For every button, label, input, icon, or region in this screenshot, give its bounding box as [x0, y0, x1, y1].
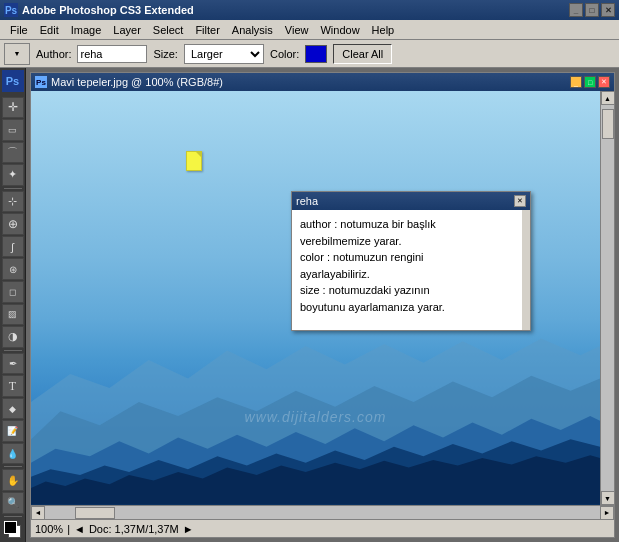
- color-label: Color:: [270, 48, 299, 60]
- brush-tool[interactable]: ∫: [2, 236, 24, 258]
- menu-help[interactable]: Help: [366, 22, 401, 38]
- shape-tool[interactable]: ◆: [2, 398, 24, 420]
- scroll-up-button[interactable]: ▲: [601, 91, 615, 105]
- menu-window[interactable]: Window: [314, 22, 365, 38]
- menu-edit[interactable]: Edit: [34, 22, 65, 38]
- canvas-area: Ps Mavi tepeler.jpg @ 100% (RGB/8#) _ □ …: [26, 68, 619, 542]
- menu-filter[interactable]: Filter: [189, 22, 225, 38]
- lasso-tool[interactable]: ⌒: [2, 142, 24, 164]
- window-controls: _ □ ✕: [569, 3, 615, 17]
- note-line-3: color : notumuzun rengini: [300, 249, 514, 266]
- crop-tool[interactable]: ⊹: [2, 191, 24, 213]
- note-popup-title-bar: reha ✕: [292, 192, 530, 210]
- magic-wand-tool[interactable]: ✦: [2, 164, 24, 186]
- workspace: Ps ▭ ⌒ ✦ ⊹ ⊕ ∫ ⊛ ◻ ▨ ◑ ✒ T ◆ 📝 💧 ✋ 🔍 Ps: [0, 68, 619, 542]
- menu-bar: File Edit Image Layer Select Filter Anal…: [0, 20, 619, 40]
- status-doc-size: Doc: 1,37M/1,37M: [89, 523, 179, 535]
- close-button[interactable]: ✕: [601, 3, 615, 17]
- menu-analysis[interactable]: Analysis: [226, 22, 279, 38]
- canvas-wrapper: www.dijitalders.com reha ✕: [31, 91, 600, 505]
- text-tool[interactable]: T: [2, 375, 24, 397]
- scroll-track-vertical[interactable]: [601, 105, 614, 491]
- note-tool[interactable]: 📝: [2, 420, 24, 442]
- status-bar: 100% | ◄ Doc: 1,37M/1,37M ►: [31, 519, 614, 537]
- canvas-image: www.dijitalders.com reha ✕: [31, 91, 600, 505]
- scroll-left-button[interactable]: ◄: [31, 506, 45, 520]
- status-divider: |: [67, 523, 70, 535]
- note-close-button[interactable]: ✕: [514, 195, 526, 207]
- doc-maximize-button[interactable]: □: [584, 76, 596, 88]
- note-line-5: size : notumuzdaki yazının: [300, 282, 514, 299]
- ps-logo: Ps: [2, 70, 24, 92]
- zoom-tool[interactable]: 🔍: [2, 492, 24, 514]
- move-tool[interactable]: [2, 97, 24, 119]
- document-icon: Ps: [35, 76, 47, 88]
- document-body: www.dijitalders.com reha ✕: [31, 91, 614, 505]
- vertical-scrollbar: ▲ ▼: [600, 91, 614, 505]
- gradient-tool[interactable]: ▨: [2, 304, 24, 326]
- maximize-button[interactable]: □: [585, 3, 599, 17]
- size-label: Size:: [153, 48, 177, 60]
- app-icon: Ps: [4, 3, 18, 17]
- horizontal-scrollbar: ◄ ►: [31, 505, 614, 519]
- foreground-background-colors[interactable]: [2, 519, 24, 541]
- author-input[interactable]: [77, 45, 147, 63]
- scroll-down-button[interactable]: ▼: [601, 491, 615, 505]
- pen-tool[interactable]: ✒: [2, 353, 24, 375]
- menu-image[interactable]: Image: [65, 22, 108, 38]
- author-label: Author:: [36, 48, 71, 60]
- dodge-tool[interactable]: ◑: [2, 326, 24, 348]
- clear-all-button[interactable]: Clear All: [333, 44, 392, 64]
- status-triangle-left[interactable]: ◄: [74, 523, 85, 535]
- note-author-name: reha: [296, 195, 318, 207]
- size-select[interactable]: Larger Large Medium Small: [184, 44, 264, 64]
- menu-layer[interactable]: Layer: [107, 22, 147, 38]
- options-bar: ▼ Author: Size: Larger Large Medium Smal…: [0, 40, 619, 68]
- toolbar: Ps ▭ ⌒ ✦ ⊹ ⊕ ∫ ⊛ ◻ ▨ ◑ ✒ T ◆ 📝 💧 ✋ 🔍: [0, 68, 26, 542]
- tool-preset-button[interactable]: ▼: [4, 43, 30, 65]
- document-window: Ps Mavi tepeler.jpg @ 100% (RGB/8#) _ □ …: [30, 72, 615, 538]
- note-line-2: verebilmemize yarar.: [300, 233, 514, 250]
- doc-close-button[interactable]: ✕: [598, 76, 610, 88]
- status-triangle-right[interactable]: ►: [183, 523, 194, 535]
- marquee-tool[interactable]: ▭: [2, 119, 24, 141]
- note-popup-content[interactable]: author : notumuza bir başlık verebilmemi…: [292, 210, 530, 330]
- app-title-bar: Ps Adobe Photoshop CS3 Extended _ □ ✕: [0, 0, 619, 20]
- scroll-track-horizontal[interactable]: [45, 506, 600, 519]
- watermark: www.dijitalders.com: [245, 409, 387, 425]
- document-title-bar: Ps Mavi tepeler.jpg @ 100% (RGB/8#) _ □ …: [31, 73, 614, 91]
- menu-view[interactable]: View: [279, 22, 315, 38]
- heal-tool[interactable]: ⊕: [2, 213, 24, 235]
- zoom-level: 100%: [35, 523, 63, 535]
- menu-select[interactable]: Select: [147, 22, 190, 38]
- note-line-1: author : notumuza bir başlık: [300, 216, 514, 233]
- minimize-button[interactable]: _: [569, 3, 583, 17]
- eyedrop-tool[interactable]: 💧: [2, 443, 24, 465]
- note-popup: reha ✕ author : notumuza bir başlık vere…: [291, 191, 531, 331]
- sticky-note[interactable]: [186, 151, 202, 171]
- document-window-controls: _ □ ✕: [570, 76, 610, 88]
- scroll-thumb-vertical[interactable]: [602, 109, 614, 139]
- document-title: Mavi tepeler.jpg @ 100% (RGB/8#): [51, 76, 570, 88]
- hand-tool[interactable]: ✋: [2, 469, 24, 491]
- eraser-tool[interactable]: ◻: [2, 281, 24, 303]
- scroll-thumb-horizontal[interactable]: [75, 507, 115, 519]
- doc-minimize-button[interactable]: _: [570, 76, 582, 88]
- app-title: Adobe Photoshop CS3 Extended: [22, 4, 569, 16]
- scroll-right-button[interactable]: ►: [600, 506, 614, 520]
- clone-tool[interactable]: ⊛: [2, 258, 24, 280]
- note-line-6: boyutunu ayarlamanıza yarar.: [300, 299, 514, 316]
- color-swatch[interactable]: [305, 45, 327, 63]
- note-line-4: ayarlayabiliriz.: [300, 266, 514, 283]
- menu-file[interactable]: File: [4, 22, 34, 38]
